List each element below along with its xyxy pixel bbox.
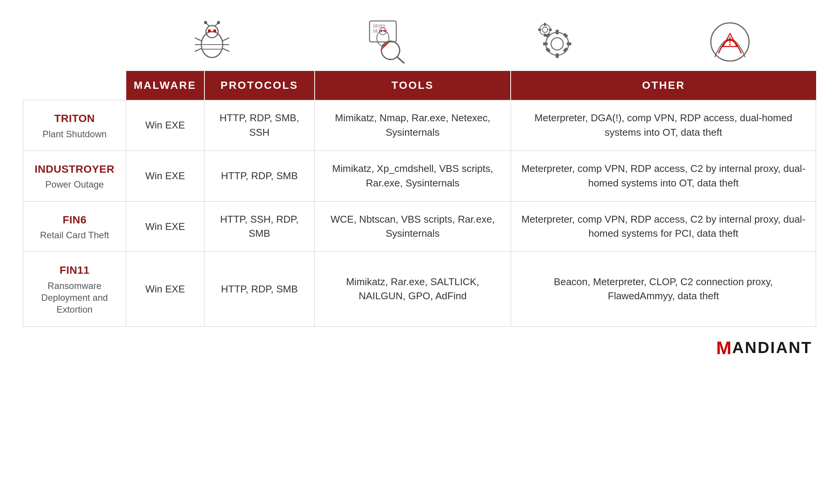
page-wrapper: 10101 10 xyxy=(23,11,816,358)
gear-icon xyxy=(534,19,580,65)
mandiant-m-letter: M xyxy=(716,337,732,358)
fin6-other: Meterpreter, comp VPN, RDP access, C2 by… xyxy=(511,201,816,252)
row-desc-triton: Plant Shutdown xyxy=(32,128,117,140)
svg-rect-29 xyxy=(556,53,559,58)
svg-rect-38 xyxy=(544,23,546,26)
table-row: FIN6 Retail Card Theft Win EXE HTTP, SSH… xyxy=(23,201,816,252)
svg-rect-31 xyxy=(567,42,571,45)
svg-line-8 xyxy=(195,38,201,41)
svg-point-45 xyxy=(729,44,731,45)
mandiant-logo: MANDIANT xyxy=(716,337,812,358)
svg-line-11 xyxy=(223,38,229,41)
svg-point-3 xyxy=(213,29,216,32)
svg-point-27 xyxy=(551,38,563,50)
fin11-tools: Mimikatz, Rar.exe, SALTLICK, NAILGUN, GP… xyxy=(315,252,511,326)
svg-text:10: 10 xyxy=(373,29,378,34)
warning-tower-icon xyxy=(707,19,753,65)
industroyer-malware: Win EXE xyxy=(126,151,204,201)
row-label-triton: TRITON Plant Shutdown xyxy=(23,100,126,151)
icons-area: 10101 10 xyxy=(126,11,816,71)
row-desc-fin11: Ransomware Deployment and Extortion xyxy=(32,280,117,316)
svg-line-10 xyxy=(195,48,201,51)
svg-point-6 xyxy=(204,21,207,24)
svg-point-36 xyxy=(540,24,550,35)
header-other: OTHER xyxy=(511,71,816,100)
header-tools: TOOLS xyxy=(315,71,511,100)
row-name-industroyer: INDUSTROYER xyxy=(32,162,117,177)
fin11-protocols: HTTP, RDP, SMB xyxy=(204,252,315,326)
row-name-triton: TRITON xyxy=(32,111,117,127)
svg-rect-39 xyxy=(544,34,546,37)
industroyer-protocols: HTTP, RDP, SMB xyxy=(204,151,315,201)
branding: MANDIANT xyxy=(23,337,816,358)
row-label-industroyer: INDUSTROYER Power Outage xyxy=(23,151,126,201)
icons-row: 10101 10 xyxy=(23,11,816,71)
main-table: MALWARE PROTOCOLS TOOLS OTHER TRITON Pla… xyxy=(23,71,816,327)
svg-point-25 xyxy=(381,41,400,59)
row-label-fin11: FIN11 Ransomware Deployment and Extortio… xyxy=(23,252,126,326)
row-desc-fin6: Retail Card Theft xyxy=(32,229,117,241)
malware-icon-cell xyxy=(126,21,299,69)
table-row: TRITON Plant Shutdown Win EXE HTTP, RDP,… xyxy=(23,100,816,151)
row-desc-industroyer: Power Outage xyxy=(32,178,117,190)
triton-tools: Mimikatz, Nmap, Rar.exe, Netexec, Sysint… xyxy=(315,100,511,151)
triton-protocols: HTTP, RDP, SMB, SSH xyxy=(204,100,315,151)
fin6-protocols: HTTP, SSH, RDP, SMB xyxy=(204,201,315,252)
table-row: INDUSTROYER Power Outage Win EXE HTTP, R… xyxy=(23,151,816,201)
protocols-icon-cell: 10101 10 xyxy=(299,19,471,71)
svg-rect-41 xyxy=(549,29,552,31)
triton-malware: Win EXE xyxy=(126,100,204,151)
svg-point-7 xyxy=(217,21,220,24)
bug-icon xyxy=(191,21,233,63)
table-row: FIN11 Ransomware Deployment and Extortio… xyxy=(23,252,816,326)
row-name-fin11: FIN11 xyxy=(32,263,117,278)
svg-point-22 xyxy=(383,30,385,32)
svg-point-37 xyxy=(542,27,548,32)
fin11-malware: Win EXE xyxy=(126,252,204,326)
industroyer-other: Meterpreter, comp VPN, RDP access, C2 by… xyxy=(511,151,816,201)
svg-rect-30 xyxy=(543,42,548,45)
svg-rect-33 xyxy=(563,33,568,38)
fin6-malware: Win EXE xyxy=(126,201,204,252)
triton-other: Meterpreter, DGA(!), comp VPN, RDP acces… xyxy=(511,100,816,151)
header-protocols: PROTOCOLS xyxy=(204,71,315,100)
row-label-fin6: FIN6 Retail Card Theft xyxy=(23,201,126,252)
svg-rect-32 xyxy=(545,33,551,38)
fin6-tools: WCE, Nbtscan, VBS scripts, Rar.exe, Sysi… xyxy=(315,201,511,252)
code-bug-icon: 10101 10 xyxy=(362,19,408,65)
industroyer-tools: Mimikatz, Xp_cmdshell, VBS scripts, Rar.… xyxy=(315,151,511,201)
row-name-fin6: FIN6 xyxy=(32,212,117,228)
svg-line-24 xyxy=(397,57,404,63)
svg-line-13 xyxy=(223,48,229,51)
svg-rect-28 xyxy=(556,30,559,34)
tools-icon-cell xyxy=(471,19,644,71)
other-icon-cell xyxy=(644,19,816,71)
svg-point-21 xyxy=(380,30,382,32)
header-malware: MALWARE xyxy=(126,71,204,100)
fin11-other: Beacon, Meterpreter, CLOP, C2 connection… xyxy=(511,252,816,326)
svg-point-2 xyxy=(208,29,211,32)
mandiant-name: ANDIANT xyxy=(732,339,812,357)
svg-rect-40 xyxy=(538,29,541,31)
